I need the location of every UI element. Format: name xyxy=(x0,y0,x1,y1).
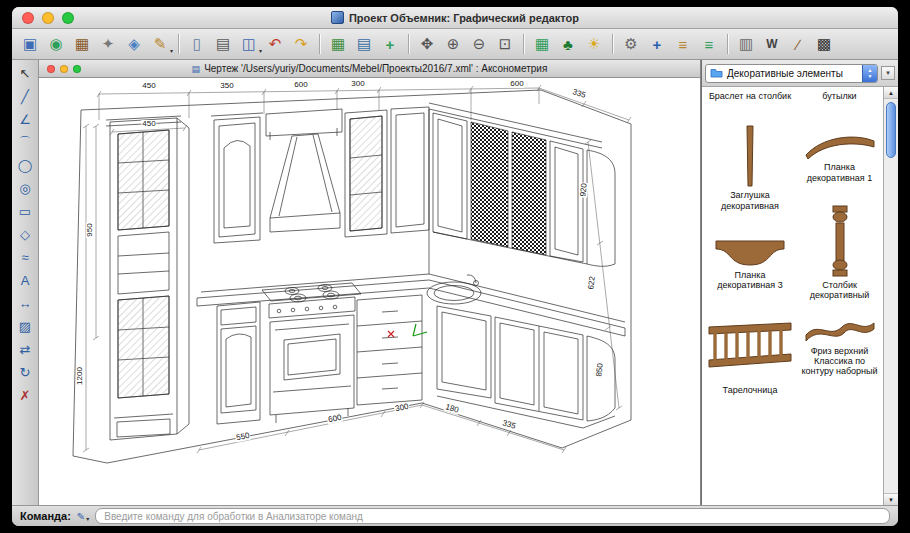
hatch-tool-icon[interactable]: ▨ xyxy=(15,317,35,336)
scrollbar-thumb[interactable] xyxy=(886,102,896,158)
main-toolbar: ▣ ◉ ▦ ✦ ◈ ✎▾ ▯ ▤ ◫▾ ↶ ↷ ▦ ▤ + ✥ ⊕ ⊖ ⊡ ▦ … xyxy=(12,29,898,60)
undo-icon[interactable]: ↶ xyxy=(263,32,287,56)
minimize-button[interactable] xyxy=(42,12,54,24)
rotate-tool-icon[interactable]: ↻ xyxy=(15,363,35,382)
zoom-out-icon[interactable]: ⊖ xyxy=(467,32,491,56)
doc-minimize-button[interactable] xyxy=(60,65,68,73)
new-document-icon[interactable]: ▯ xyxy=(185,32,209,56)
sheet-icon[interactable]: ▤ xyxy=(352,32,376,56)
palette-column-right: бутылки Планка декоративная 1 xyxy=(797,89,882,505)
scroll-up-button[interactable]: ▲ xyxy=(884,87,898,99)
texture-box-icon[interactable]: ▦ xyxy=(70,32,94,56)
measure-icon[interactable]: ∕ xyxy=(786,32,810,56)
axis-marker xyxy=(413,324,427,336)
content-area: ↖ ╱ ∠ ⌒ ◯ ◎ ▭ ◇ ≈ A ↔ ▨ ⇄ ↻ ✗ xyxy=(12,60,898,505)
export-scene-icon[interactable]: ◈ xyxy=(122,32,146,56)
palette-item[interactable]: Столбик декоративный xyxy=(797,205,882,301)
dropdown-arrow-icon: ▾ xyxy=(259,47,262,54)
palette-items: Браслет на столбик Заглушка декоративная… xyxy=(702,87,883,505)
doc-close-button[interactable] xyxy=(47,65,55,73)
grid-icon[interactable]: ▦ xyxy=(530,32,554,56)
erase-tool-icon[interactable]: ✗ xyxy=(15,386,35,405)
palette-item[interactable]: Планка декоративная 3 xyxy=(707,239,793,291)
list-materials-icon[interactable]: ≡ xyxy=(671,32,695,56)
spline-tool-icon[interactable]: ≈ xyxy=(15,248,35,267)
scroll-down-button[interactable]: ▼ xyxy=(884,493,898,505)
palette-header: Декоративные элементы ▲ ▼ ▾ xyxy=(702,60,898,87)
table-icon[interactable]: ▦ xyxy=(326,32,350,56)
palette-column-left: Браслет на столбик Заглушка декоративная… xyxy=(707,89,793,505)
dimension-label: 600 xyxy=(509,80,524,88)
drawing-canvas[interactable]: 450 350 600 300 600 335 450 950 1200 920… xyxy=(39,78,700,505)
open-project-icon[interactable]: ▣ xyxy=(18,32,42,56)
thumb-frieze-railing-icon xyxy=(707,321,793,371)
document-titlebar: ▤ Чертеж '/Users/yuriy/Documents/Mebel/П… xyxy=(39,60,700,78)
dimension-label: 450 xyxy=(141,120,156,128)
dimension-tool-icon[interactable]: ↔ xyxy=(15,294,35,313)
toolbar-separator xyxy=(178,34,179,54)
rect-tool-icon[interactable]: ▭ xyxy=(15,202,35,221)
polygon-tool-icon[interactable]: ◇ xyxy=(15,225,35,244)
palette-item[interactable]: Заглушка декоративная xyxy=(707,125,793,211)
ellipse-tool-icon[interactable]: ◎ xyxy=(15,179,35,198)
width-tool-icon[interactable]: W xyxy=(760,32,784,56)
select-tool-icon[interactable]: ↖ xyxy=(15,64,35,83)
document-window-controls xyxy=(47,65,81,73)
titlebar: Проект Объемник: Графический редактор xyxy=(12,7,898,29)
palette-item[interactable]: Фриз верхний Классика по контуру наборны… xyxy=(797,319,882,377)
sphere-view-icon[interactable]: ◉ xyxy=(44,32,68,56)
palette-item[interactable]: Браслет на столбик xyxy=(709,91,791,101)
calculator-icon[interactable]: ▩ xyxy=(812,32,836,56)
fittings-icon[interactable]: ✦ xyxy=(96,32,120,56)
folder-icon xyxy=(710,68,723,78)
text-tool-icon[interactable]: A xyxy=(15,271,35,290)
print-icon[interactable]: ▤ xyxy=(211,32,235,56)
list-parts-icon[interactable]: ≡ xyxy=(697,32,721,56)
close-button[interactable] xyxy=(22,12,34,24)
command-input[interactable] xyxy=(95,508,890,524)
category-dropdown[interactable]: Декоративные элементы ▲ ▼ xyxy=(705,64,878,83)
move-tool-icon[interactable]: ✥ xyxy=(415,32,439,56)
palette-item-label: Планка декоративная 3 xyxy=(707,270,793,291)
thumb-post-icon xyxy=(744,125,756,187)
palette-scrollbar[interactable]: ▲ ▼ xyxy=(883,87,898,505)
window-title-area: Проект Объемник: Графический редактор xyxy=(12,11,898,24)
redo-icon[interactable]: ↷ xyxy=(289,32,313,56)
zoom-in-icon[interactable]: ⊕ xyxy=(441,32,465,56)
save-icon[interactable]: ◫▾ xyxy=(237,32,261,56)
window-title: Проект Объемник: Графический редактор xyxy=(349,12,579,24)
palette-item[interactable]: бутылки xyxy=(822,91,856,101)
mirror-tool-icon[interactable]: ⇄ xyxy=(15,340,35,359)
palette-item-label: Заглушка декоративная xyxy=(707,190,793,211)
settings-icon[interactable]: ⚙ xyxy=(619,32,643,56)
palette-item[interactable]: Планка декоративная 1 xyxy=(797,131,882,183)
circle-tool-icon[interactable]: ◯ xyxy=(15,156,35,175)
app-icon xyxy=(331,11,344,24)
command-icon[interactable]: ✎▾ xyxy=(77,511,89,522)
category-dropdown-value: Декоративные элементы xyxy=(727,68,843,79)
palette-item[interactable] xyxy=(707,321,793,371)
add-element-icon[interactable]: + xyxy=(645,32,669,56)
palette-item[interactable]: Тарелочница xyxy=(723,385,778,395)
panel-menu-button[interactable]: ▾ xyxy=(881,66,895,80)
dropdown-arrow-icon: ▾ xyxy=(86,515,89,522)
polyline-tool-icon[interactable]: ∠ xyxy=(15,110,35,129)
zoom-fit-icon[interactable]: ⊡ xyxy=(493,32,517,56)
arc-tool-icon[interactable]: ⌒ xyxy=(15,133,35,152)
document-icon: ▤ xyxy=(192,64,201,74)
clipboard-icon[interactable]: ▥ xyxy=(734,32,758,56)
light-icon[interactable]: ☀ xyxy=(582,32,606,56)
doc-zoom-button[interactable] xyxy=(73,65,81,73)
window-controls xyxy=(22,12,74,24)
decorative-elements-panel: Декоративные элементы ▲ ▼ ▾ Браслет на с… xyxy=(701,60,898,505)
dropdown-arrow-icon: ▾ xyxy=(170,47,173,54)
thumb-column-icon xyxy=(830,205,850,277)
dropdown-stepper[interactable]: ▲ ▼ xyxy=(862,65,877,82)
line-tool-icon[interactable]: ╱ xyxy=(15,87,35,106)
dimension-label: 450 xyxy=(141,82,156,90)
add-item-icon[interactable]: + xyxy=(378,32,402,56)
scene-tree-icon[interactable]: ♣ xyxy=(556,32,580,56)
zoom-button[interactable] xyxy=(62,12,74,24)
document-window: ▤ Чертеж '/Users/yuriy/Documents/Mebel/П… xyxy=(39,60,701,505)
pencil-edit-icon[interactable]: ✎▾ xyxy=(148,32,172,56)
